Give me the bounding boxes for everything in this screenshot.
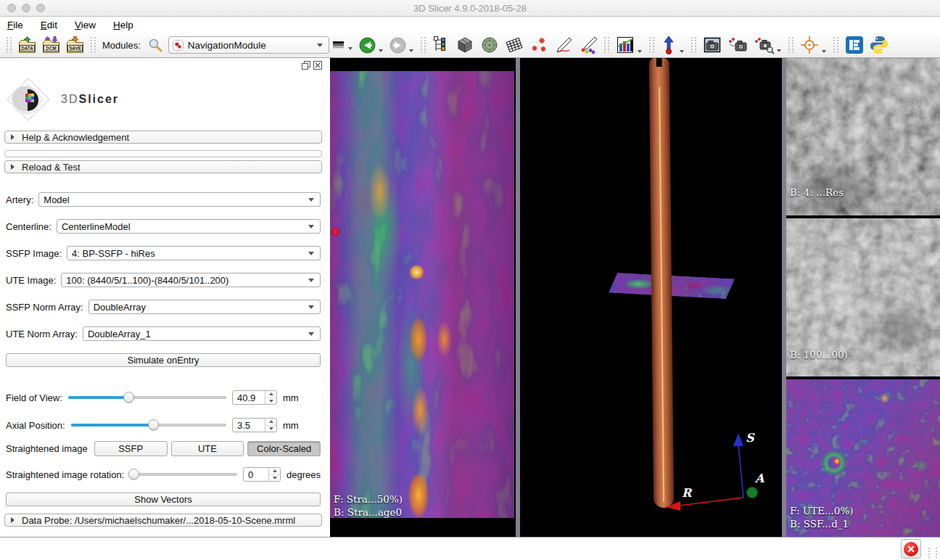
centerline-combobox[interactable]: CenterlineModel	[57, 219, 321, 234]
layout-icon	[432, 36, 450, 54]
spin-up-button[interactable]	[265, 391, 276, 398]
ute-button[interactable]: UTE	[171, 441, 244, 456]
extensions-icon	[844, 35, 865, 55]
models-button[interactable]	[479, 35, 500, 55]
scene-view-restore-button[interactable]	[753, 36, 783, 54]
module-back-button[interactable]	[358, 36, 384, 54]
toolbar-grip[interactable]	[691, 37, 696, 53]
fov-label: Field of View:	[6, 392, 62, 403]
fov-spinbox[interactable]: 40.9	[232, 390, 277, 405]
axis-label-s: S	[746, 431, 755, 445]
svg-text:DCM: DCM	[46, 46, 56, 51]
modules-label: Modules:	[102, 40, 141, 51]
screenshot-icon	[702, 35, 722, 55]
data-probe-section[interactable]: Data Probe: /Users/michaelschumaker/...2…	[4, 514, 322, 527]
markups-icon	[529, 35, 549, 55]
ssfp-image-label: SSFP Image:	[6, 248, 62, 259]
main-area: 3DSlicer Help & Acknowledgement Reload &…	[0, 58, 940, 537]
module-selector-combobox[interactable]: NavigationModule	[168, 36, 329, 54]
axial-position-spinbox[interactable]: 3.5	[232, 418, 277, 432]
import-dicom-icon: DCM	[41, 36, 61, 54]
ssfp-norm-array-combobox[interactable]: DoubleArray	[88, 300, 321, 314]
charts-button[interactable]	[615, 35, 643, 55]
show-vectors-button[interactable]: Show Vectors	[6, 493, 321, 506]
volume-rendering-button[interactable]	[455, 35, 475, 55]
slice-visibility-button[interactable]	[504, 35, 524, 55]
close-panel-icon[interactable]	[313, 61, 322, 70]
python-console-button[interactable]	[869, 35, 889, 55]
scene-view-capture-button[interactable]	[727, 36, 749, 54]
toolbar-grip[interactable]	[649, 37, 654, 53]
view-label-background: B: 4: ...Res	[790, 186, 844, 199]
ute-norm-array-combobox[interactable]: DoubleArray_1	[83, 326, 321, 341]
fov-slider[interactable]	[68, 391, 226, 404]
yellow-slice-view[interactable]: B: 100...00)	[786, 218, 940, 376]
module-search-button[interactable]	[147, 37, 163, 53]
annotations-button[interactable]	[578, 35, 598, 55]
ute-image-label: UTE Image:	[6, 275, 56, 286]
ute-image-combobox[interactable]: 100: (8440/5/1..100)-(8440/5/101..200)	[61, 273, 321, 287]
save-scene-button[interactable]: SAVE	[65, 36, 85, 54]
threed-view[interactable]: S R A	[520, 58, 782, 537]
ute-norm-array-label: UTE Norm Array:	[6, 329, 78, 339]
dropdown-indicator	[680, 50, 684, 53]
toolbar-grip[interactable]	[833, 37, 838, 53]
view-label-foreground: F: Stra...50%)	[334, 493, 403, 506]
chevron-down-icon	[308, 225, 314, 228]
green-slice-view[interactable]: F: UTE...0%) B: SSF...d_1	[786, 379, 940, 537]
menu-edit[interactable]: Edit	[41, 20, 57, 30]
red-slice-view[interactable]: B: 4: ...Res	[786, 58, 940, 215]
module-forward-button[interactable]	[389, 36, 415, 54]
help-acknowledgement-section[interactable]: Help & Acknowledgement	[4, 131, 322, 144]
toolbar-grip[interactable]	[91, 37, 96, 53]
spin-up-button[interactable]	[265, 419, 276, 425]
crosshair-icon	[799, 35, 820, 55]
zoom-window-button[interactable]	[36, 4, 45, 12]
ruler-annotation-button[interactable]	[553, 35, 574, 55]
extensions-manager-button[interactable]	[844, 35, 865, 55]
minimize-window-button[interactable]	[22, 4, 30, 12]
spin-down-button[interactable]	[269, 474, 280, 482]
artery-combobox[interactable]: Model	[38, 192, 321, 207]
menu-file[interactable]: File	[7, 20, 23, 30]
ssfp-image-combobox[interactable]: 4: BP-SSFP - hiRes	[67, 246, 321, 260]
window-resize-grip[interactable]	[928, 548, 937, 558]
module-icon	[173, 40, 184, 51]
screenshot-button[interactable]	[702, 35, 722, 55]
toolbar-grip[interactable]	[604, 37, 609, 53]
collapse-arrow-icon	[11, 517, 15, 523]
spin-up-button[interactable]	[269, 468, 280, 474]
error-icon: ✕	[904, 542, 918, 556]
undock-panel-icon[interactable]	[302, 61, 310, 70]
rotation-spinbox[interactable]: 0	[243, 467, 281, 482]
ssfp-button[interactable]: SSFP	[94, 441, 168, 456]
module-history-button[interactable]	[331, 38, 354, 52]
slice-grid-icon	[504, 35, 524, 55]
parameters-form: Artery: Model Centerline: CenterlineMode…	[0, 192, 326, 527]
menu-view[interactable]: View	[75, 20, 96, 30]
markups-button[interactable]	[529, 35, 549, 55]
toolbar-grip[interactable]	[421, 37, 426, 53]
dropdown-indicator	[379, 49, 383, 52]
error-log-button[interactable]: ✕	[901, 539, 921, 559]
reload-test-section[interactable]: Reload & Test	[4, 160, 322, 173]
layout-selector-button[interactable]	[432, 36, 450, 54]
rotation-slider[interactable]	[130, 468, 237, 481]
color-scaled-button[interactable]: Color-Scaled	[247, 441, 321, 456]
straightened-slice-view[interactable]: F: Stra...50%) B: Stra...age0	[330, 58, 516, 537]
vessel-notch	[656, 58, 662, 67]
toolbar-grip[interactable]	[788, 37, 793, 53]
volumes-button[interactable]	[660, 35, 685, 55]
toolbar-grip[interactable]	[7, 37, 12, 53]
spin-down-button[interactable]	[265, 425, 276, 432]
menu-help[interactable]: Help	[113, 20, 133, 30]
import-dicom-button[interactable]: DCM	[41, 36, 61, 54]
volumes-arrow-icon	[660, 35, 677, 55]
spin-down-button[interactable]	[265, 398, 276, 405]
charts-icon	[615, 35, 635, 55]
load-data-button[interactable]: DATA	[17, 36, 37, 54]
close-window-button[interactable]	[7, 4, 16, 12]
simulate-onentry-button[interactable]: Simulate onEntry	[6, 353, 321, 367]
crosshair-button[interactable]	[799, 35, 828, 55]
axial-position-slider[interactable]	[71, 419, 226, 432]
